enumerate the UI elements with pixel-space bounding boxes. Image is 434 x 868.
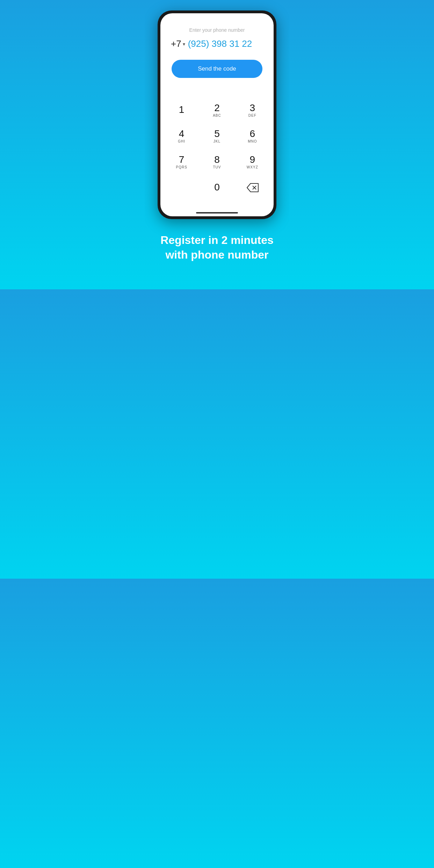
dialpad-key-6[interactable]: 6 MNO: [238, 125, 266, 147]
digit-8: 8: [214, 155, 220, 165]
home-bar: [196, 212, 238, 214]
dialpad-row-1: 1 2 ABC 3 DEF: [164, 99, 270, 121]
dialpad-row-3: 7 PQRS 8 TUV 9 WXYZ: [164, 151, 270, 173]
dialpad-row-4: 0: [164, 176, 270, 199]
letters-7: PQRS: [176, 165, 187, 169]
letters-5: JKL: [214, 139, 220, 143]
letters-8: TUV: [213, 165, 221, 169]
digit-1: 1: [179, 105, 185, 115]
dialpad-key-0[interactable]: 0: [203, 176, 231, 199]
digit-9: 9: [250, 155, 255, 165]
dialpad-key-empty: [168, 176, 196, 199]
dialpad-key-3[interactable]: 3 DEF: [238, 99, 266, 121]
country-code-selector[interactable]: +7 ▾: [171, 38, 185, 49]
dialpad: 1 2 ABC 3 DEF 4 GHI 5 J: [160, 95, 274, 209]
phone-frame: Enter your phone number +7 ▾ (925) 398 3…: [158, 10, 276, 219]
phone-input-label: Enter your phone number: [167, 27, 267, 33]
digit-3: 3: [250, 103, 255, 113]
dropdown-arrow-icon: ▾: [183, 41, 185, 47]
dialpad-key-8[interactable]: 8 TUV: [203, 151, 231, 173]
marketing-section: Register in 2 minutes with phone number: [145, 233, 289, 262]
letters-3: DEF: [248, 114, 256, 117]
dialpad-key-7[interactable]: 7 PQRS: [168, 151, 196, 173]
digit-7: 7: [179, 155, 185, 165]
digit-0: 0: [214, 182, 220, 192]
letters-4: GHI: [178, 139, 185, 143]
digit-5: 5: [214, 129, 220, 139]
backspace-icon: [246, 183, 259, 193]
letters-6: MNO: [248, 139, 257, 143]
letters-2: ABC: [213, 114, 221, 117]
backspace-button[interactable]: [238, 176, 266, 199]
phone-screen: Enter your phone number +7 ▾ (925) 398 3…: [160, 13, 274, 216]
country-code-value: +7: [171, 38, 181, 49]
dialpad-key-2[interactable]: 2 ABC: [203, 99, 231, 121]
phone-number-display[interactable]: (925) 398 31 22: [188, 38, 263, 49]
digit-2: 2: [214, 103, 220, 113]
dialpad-key-9[interactable]: 9 WXYZ: [238, 151, 266, 173]
dialpad-key-5[interactable]: 5 JKL: [203, 125, 231, 147]
letters-9: WXYZ: [247, 165, 258, 169]
send-code-button[interactable]: Send the code: [172, 60, 262, 78]
dialpad-key-1[interactable]: 1: [168, 99, 196, 121]
digit-6: 6: [250, 129, 255, 139]
digit-4: 4: [179, 129, 185, 139]
dialpad-row-2: 4 GHI 5 JKL 6 MNO: [164, 125, 270, 147]
dialpad-key-4[interactable]: 4 GHI: [168, 125, 196, 147]
marketing-tagline: Register in 2 minutes with phone number: [155, 233, 279, 262]
